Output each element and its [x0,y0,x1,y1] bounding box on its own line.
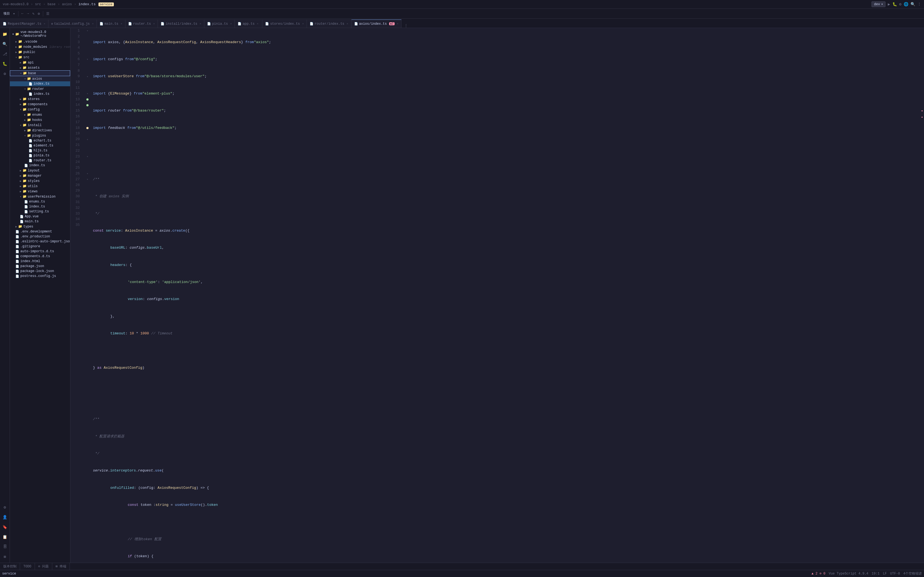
bottom-tab-problems[interactable]: ⊙ 问题 [35,563,52,570]
run-btn[interactable]: ▶ [888,2,890,6]
sidebar-item-echart[interactable]: 📄 echart.ts [10,138,70,143]
sidebar-item-base[interactable]: ▾ 📁 base [10,70,70,76]
sidebar-item-directives[interactable]: ▶ 📁 directives [10,128,70,133]
activity-extra[interactable]: 📋 [1,533,9,541]
status-right: ▲ 2 ⊙ 0 Vue TypeScript 4.9.4 19:1 LF UTF… [811,571,922,576]
tab-install-index[interactable]: 📄 install/index.ts × [158,19,204,28]
sidebar-item-install-index[interactable]: 📄 index.ts [10,163,70,168]
code-area[interactable]: 1 2 3 4 5 6 7 8 9 10 11 12 13 14 15 16 1… [70,28,924,563]
translate-btn[interactable]: 🌐 [904,2,908,6]
toolbar-back[interactable]: ← [20,11,25,16]
sidebar-item-assets[interactable]: ▶ 📁 assets [10,65,70,70]
sidebar-item-styles[interactable]: ▶ 📁 styles [10,178,70,184]
fold-14[interactable] [84,102,91,108]
sidebar-item-router-folder[interactable]: ▾ 📁 router [10,86,70,92]
activity-extensions[interactable]: ⚙ [1,70,9,77]
fold-26[interactable]: ▾ [84,171,91,177]
sidebar-item-api[interactable]: ▶ 📁 api [10,60,70,65]
fold-1[interactable]: ▾ [84,28,91,34]
sidebar-item-main-ts[interactable]: 📄 main.ts [10,219,70,224]
tab-app[interactable]: 📄 app.ts × [235,19,262,28]
sidebar-item-axios-folder[interactable]: ▾ 📁 axios [10,76,70,81]
sidebar-item-config[interactable]: ▾ 📁 config [10,107,70,112]
sidebar-item-app-vue[interactable]: 📄 App.vue [10,214,70,219]
activity-db[interactable]: 🗄 [1,543,9,551]
sidebar-item-enums-ts[interactable]: 📄 enums.ts [10,199,70,204]
sidebar-item-install[interactable]: ▾ 📁 install [10,122,70,128]
bottom-tab-todo[interactable]: TODO [20,563,35,570]
activity-files[interactable]: 📁 [1,30,9,38]
sidebar-item-setting-ts[interactable]: 📄 setting.ts [10,209,70,214]
debug-btn[interactable]: 🐛 [892,2,897,6]
sidebar-item-stores[interactable]: ▶ 📁 stores [10,97,70,102]
sidebar-item-src[interactable]: ▾ 📁 src [10,55,70,60]
tabs-more[interactable]: ⋮ [402,23,409,28]
toolbar-dropdown[interactable]: ▾ [11,11,16,17]
settings-btn[interactable]: ⚙ [899,2,901,6]
activity-debug[interactable]: 🐛 [1,60,9,68]
sidebar-item-env-prod[interactable]: 📄 .env.production [10,234,70,239]
tab-stores-index[interactable]: 📄 stores/index.ts × [262,19,307,28]
sidebar-item-node_modules[interactable]: ▶ 📁 node_modules library root [10,44,70,50]
tab-main[interactable]: 📄 main.ts × [97,19,125,28]
sidebar-item-axios-index[interactable]: 📄 index.ts [10,81,70,86]
toolbar-build[interactable]: ⚙ [36,11,41,17]
tab-router[interactable]: 📄 router.ts × [125,19,158,28]
sidebar-item-gitignore[interactable]: 📄 .gitignore [10,244,70,249]
tab-tailwind[interactable]: ⚙ tailwind.config.js × [48,19,97,28]
sidebar-item-router-ts[interactable]: 📄 router.ts [10,158,70,163]
sidebar-item-components[interactable]: ▶ 📁 components [10,102,70,107]
sidebar-item-router-index[interactable]: 📄 index.ts [10,92,70,97]
sidebar-item-package-lock[interactable]: 📄 package-lock.json [10,269,70,274]
tab-axios-index[interactable]: 📄 axios/index.ts ▲2 × [351,19,402,28]
sidebar-item-components-d[interactable]: 📄 components.d.ts [10,254,70,259]
sidebar-item-hooks[interactable]: ▶ 📁 hooks [10,117,70,122]
sidebar-item-index-ts[interactable]: 📄 index.ts [10,204,70,209]
sidebar-item-enums[interactable]: ▶ 📁 enums [10,112,70,117]
toolbar-settings[interactable]: ☰ [45,11,51,17]
fold-6[interactable]: ▾ [84,56,91,62]
sidebar-item-plugins[interactable]: ▾ 📁 plugins [10,133,70,138]
more-btn[interactable]: ⋮ [918,2,921,6]
tab-router-index[interactable]: 📄 router/index.ts × [307,19,351,28]
sidebar-item-views[interactable]: ▶ 📁 views [10,189,70,194]
activity-settings[interactable]: ⚙ [1,503,9,511]
tab-RequestManager[interactable]: 📄 RequestManager.ts × [0,19,48,28]
activity-search[interactable]: 🔍 [1,40,9,48]
sidebar-item-public[interactable]: ▶ 📁 public [10,50,70,55]
sidebar-item-auto-imports[interactable]: 📄 auto-imports.d.ts [10,249,70,254]
code-line-29 [93,520,918,525]
sidebar-item-layout[interactable]: ▶ 📁 layout [10,168,70,173]
fold-12[interactable]: ▾ [84,91,91,97]
toolbar-forward[interactable]: → [26,11,31,16]
bottom-tab-terminal[interactable]: ⊞ 终端 [52,563,69,570]
sidebar-item-vscode[interactable]: ▶ 📁 .vscode [10,39,70,44]
sidebar-item-hljs[interactable]: 📄 hljs.ts [10,148,70,153]
fold-20[interactable]: ▾ [84,137,91,142]
fold-27[interactable]: ▾ [84,177,91,182]
sidebar-item-manager[interactable]: ▶ 📁 manager [10,173,70,178]
sidebar-item-postgres[interactable]: 📄 postress.config.js [10,274,70,279]
sidebar-item-types[interactable]: ▶ 📁 types [10,224,70,229]
fold-9[interactable]: ▾ [84,74,91,79]
activity-bookmark[interactable]: 🔖 [1,523,9,531]
sidebar-item-pinia-ts[interactable]: 📄 pinia.ts [10,153,70,158]
activity-git[interactable]: ⎇ [1,50,9,58]
toolbar-edit[interactable]: ✎ [31,11,36,17]
activity-user[interactable]: 👤 [1,513,9,521]
tab-pinia[interactable]: 📄 pinia.ts × [204,19,235,28]
activity-terminal-icon[interactable]: ⊞ [1,553,9,561]
sidebar-item-package-json[interactable]: 📄 package.json [10,264,70,269]
sidebar-item-index-html[interactable]: 📄 index.html [10,259,70,264]
sidebar-item-element[interactable]: 📄 element.ts [10,143,70,148]
sidebar-item-utils[interactable]: ▶ 📁 utils [10,184,70,189]
sidebar-project-header[interactable]: ▾ 📁 vue-moudes3.0 ~/WebstormPro [10,29,70,39]
sidebar-item-env-dev[interactable]: 📄 .env.development [10,229,70,234]
fold-23[interactable]: ▾ [84,154,91,160]
sidebar-item-userPermission[interactable]: ▾ 📁 userPermission [10,194,70,199]
dev-badge[interactable]: dev ▾ [871,2,885,7]
bottom-tab-vc[interactable]: 版本控制 [0,563,20,570]
sidebar-item-eslintrc[interactable]: 📄 .eslintrc-auto-import.json [10,239,70,244]
sidebar: ▾ 📁 vue-moudes3.0 ~/WebstormPro ▶ 📁 .vsc… [10,28,70,563]
search-btn[interactable]: 🔍 [911,2,915,6]
